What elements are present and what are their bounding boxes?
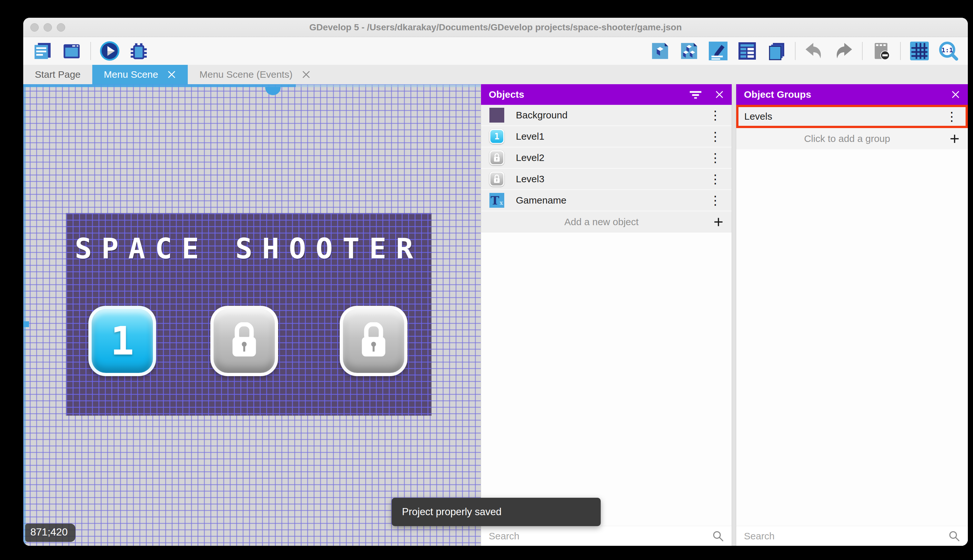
object-menu-button[interactable]: ⋮ xyxy=(707,173,723,185)
objects-list-empty-area xyxy=(481,233,732,526)
lock-icon xyxy=(229,322,259,360)
toggle-instances-list-button[interactable] xyxy=(737,41,758,61)
level3-thumbnail xyxy=(490,172,504,187)
scene-editor-canvas[interactable]: SPACE SHOOTER 1 871;420 xyxy=(23,84,481,546)
game-title-text: SPACE SHOOTER xyxy=(66,232,432,265)
object-menu-button[interactable]: ⋮ xyxy=(707,130,723,143)
panel-divider[interactable] xyxy=(732,84,736,546)
object-menu-button[interactable]: ⋮ xyxy=(707,152,723,164)
object-menu-button[interactable]: ⋮ xyxy=(707,109,723,121)
debug-chip-icon xyxy=(129,42,148,60)
tab-start-page[interactable]: Start Page xyxy=(23,65,92,84)
add-group-button[interactable]: + xyxy=(950,130,960,147)
main-toolbar: 1:1 xyxy=(23,37,968,65)
debug-button[interactable] xyxy=(128,41,149,61)
zoom-1-1-button[interactable]: 1:1 xyxy=(938,41,959,61)
instances-list-icon xyxy=(738,42,756,60)
play-preview-button[interactable] xyxy=(99,41,120,61)
redo-icon xyxy=(833,42,853,60)
toggle-object-groups-panel-button[interactable] xyxy=(679,41,700,61)
project-manager-icon xyxy=(33,42,52,60)
toolbar-divider xyxy=(862,42,863,60)
level1-number: 1 xyxy=(110,318,134,364)
add-object-row[interactable]: Add a new object + xyxy=(481,211,732,233)
level2-thumbnail xyxy=(490,150,504,165)
level2-button-object[interactable] xyxy=(210,306,278,376)
object-name: Background xyxy=(516,110,696,121)
object-row-background[interactable]: Background ⋮ xyxy=(481,105,732,126)
toggle-grid-button[interactable] xyxy=(909,41,930,61)
background-object[interactable]: SPACE SHOOTER 1 xyxy=(66,213,432,415)
object-groups-panel: Object Groups Levels ⋮ Click to add a gr… xyxy=(736,84,968,546)
background-thumbnail xyxy=(490,108,504,123)
group-row-levels[interactable]: Levels ⋮ xyxy=(736,105,968,128)
add-group-row[interactable]: Click to add a group + xyxy=(736,128,968,149)
objects-panel: Objects Background ⋮ 1 Level1 ⋮ Level2 ⋮ xyxy=(481,84,732,546)
object-name: Gamename xyxy=(516,195,696,206)
object-row-level3[interactable]: Level3 ⋮ xyxy=(481,169,732,190)
main-content: SPACE SHOOTER 1 871;420 Objects xyxy=(23,84,968,546)
level3-button-object[interactable] xyxy=(340,306,407,376)
render-mask-icon xyxy=(872,42,891,60)
level1-button-object[interactable]: 1 xyxy=(88,306,156,376)
grid-icon xyxy=(910,42,929,60)
groups-search-input[interactable] xyxy=(744,531,943,542)
toggle-render-mask-button[interactable] xyxy=(871,41,892,61)
object-name: Level1 xyxy=(516,131,696,142)
groups-search-bar xyxy=(736,526,968,546)
play-icon xyxy=(99,41,120,61)
start-page-window-icon xyxy=(62,42,81,60)
object-groups-panel-icon xyxy=(680,42,698,60)
object-groups-panel-header: Object Groups xyxy=(736,84,968,105)
add-object-button[interactable]: + xyxy=(714,213,723,230)
toolbar-divider xyxy=(90,42,91,60)
object-menu-button[interactable]: ⋮ xyxy=(707,194,723,207)
selection-rotate-handle[interactable] xyxy=(265,87,281,95)
selection-top-edge xyxy=(23,84,296,87)
tab-label: Menu Scene xyxy=(104,69,158,80)
gdevelop-window: GDevelop 5 - /Users/dkarakay/Documents/G… xyxy=(23,18,968,546)
traffic-lights xyxy=(30,23,65,32)
search-icon xyxy=(712,530,724,542)
add-object-label: Add a new object xyxy=(490,217,714,227)
level1-thumbnail: 1 xyxy=(490,129,504,144)
object-name: Level3 xyxy=(516,173,696,185)
redo-button[interactable] xyxy=(833,41,854,61)
toggle-layers-panel-button[interactable] xyxy=(766,41,786,61)
object-groups-panel-title: Object Groups xyxy=(744,89,938,100)
start-page-button[interactable] xyxy=(61,41,82,61)
project-manager-button[interactable] xyxy=(32,41,53,61)
tab-menu-scene[interactable]: Menu Scene xyxy=(92,65,188,84)
close-tab-icon[interactable] xyxy=(167,70,176,79)
close-panel-icon[interactable] xyxy=(951,90,960,99)
window-title: GDevelop 5 - /Users/dkarakay/Documents/G… xyxy=(309,22,682,33)
zoom-1-1-icon: 1:1 xyxy=(938,41,958,61)
minimize-window-button[interactable] xyxy=(43,23,52,32)
zoom-window-button[interactable] xyxy=(57,23,65,32)
add-group-label: Click to add a group xyxy=(745,133,950,144)
undo-button[interactable] xyxy=(804,41,825,61)
close-panel-icon[interactable] xyxy=(715,90,724,99)
tab-menu-scene-events[interactable]: Menu Scene (Events) xyxy=(188,65,322,84)
filter-icon[interactable] xyxy=(690,90,701,99)
toast-message: Project properly saved xyxy=(402,506,501,518)
toggle-objects-panel-button[interactable] xyxy=(650,41,670,61)
close-window-button[interactable] xyxy=(30,23,39,32)
selection-left-edge xyxy=(23,84,26,546)
toggle-properties-panel-button[interactable] xyxy=(708,41,728,61)
cursor-coordinates-badge: 871;420 xyxy=(25,523,75,542)
object-row-level1[interactable]: 1 Level1 ⋮ xyxy=(481,126,732,147)
objects-search-input[interactable] xyxy=(489,531,706,542)
toolbar-divider xyxy=(795,42,796,60)
objects-panel-title: Objects xyxy=(489,89,676,100)
object-row-level2[interactable]: Level2 ⋮ xyxy=(481,147,732,169)
group-menu-button[interactable]: ⋮ xyxy=(944,110,960,123)
selection-resize-handle[interactable] xyxy=(23,321,29,327)
group-name: Levels xyxy=(744,111,937,122)
object-row-gamename[interactable]: Tx Gamename ⋮ xyxy=(481,190,732,211)
editor-tab-bar: Start Page Menu Scene Menu Scene (Events… xyxy=(23,65,968,84)
search-icon xyxy=(948,530,960,542)
object-name: Level2 xyxy=(516,152,696,163)
title-bar: GDevelop 5 - /Users/dkarakay/Documents/G… xyxy=(23,18,968,37)
close-tab-icon[interactable] xyxy=(302,70,311,79)
